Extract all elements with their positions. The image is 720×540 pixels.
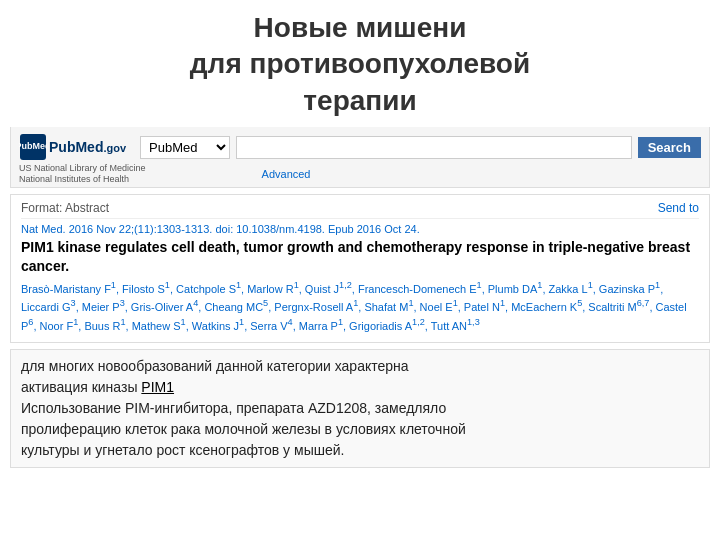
russian-line4: пролиферацию клеток рака молочной железы… [21, 421, 466, 437]
russian-line2: активация киназы PIM1 [21, 379, 174, 395]
citation-link[interactable]: Nat Med. 2016 Nov 22;(11):1303-1313. doi… [21, 223, 420, 235]
russian-content: для многих новообразований данной катего… [21, 356, 699, 461]
search-button[interactable]: Search [638, 137, 701, 158]
abstract-section: Format: Abstract Send to Nat Med. 2016 N… [10, 194, 710, 343]
svg-text:PubMed: PubMed [19, 141, 47, 151]
search-input[interactable] [236, 136, 632, 159]
main-title: Новые мишени для противоопухолевой терап… [40, 10, 680, 119]
advanced-link[interactable]: Advanced [262, 168, 311, 180]
pubmed-logo: PubMed PubMed.gov [19, 133, 126, 161]
authors-link[interactable]: Brasò-Maristany F1, Filosto S1, Catchpol… [21, 283, 687, 331]
format-label: Format: Abstract [21, 201, 109, 215]
pubmed-bottom-row: US National Library of Medicine National… [19, 163, 701, 185]
article-title: PIM1 kinase regulates cell death, tumor … [21, 238, 699, 276]
citation-line: Nat Med. 2016 Nov 22;(11):1303-1313. doi… [21, 223, 699, 235]
authors-line: Brasò-Maristany F1, Filosto S1, Catchpol… [21, 280, 699, 334]
pim1-link[interactable]: PIM1 [141, 379, 174, 395]
russian-line3: Использование PIM-ингибитора, препарата … [21, 400, 446, 416]
russian-line1: для многих новообразований данной катего… [21, 358, 409, 374]
pubmed-logo-icon: PubMed [19, 133, 47, 161]
send-to-link[interactable]: Send to [658, 201, 699, 215]
pubmed-bar: PubMed PubMed.gov PubMed Search US Natio… [10, 127, 710, 188]
title-section: Новые мишени для противоопухолевой терап… [0, 0, 720, 127]
russian-line5: культуры и угнетало рост ксенографтов у … [21, 442, 344, 458]
pubmed-top-row: PubMed PubMed.gov PubMed Search [19, 133, 701, 161]
pubmed-nlm-text: US National Library of Medicine National… [19, 163, 146, 185]
format-line: Format: Abstract Send to [21, 201, 699, 219]
pubmed-database-select[interactable]: PubMed [140, 136, 230, 159]
russian-text-section: для многих новообразований данной катего… [10, 349, 710, 468]
pubmed-gov-text: PubMed.gov [49, 139, 126, 155]
